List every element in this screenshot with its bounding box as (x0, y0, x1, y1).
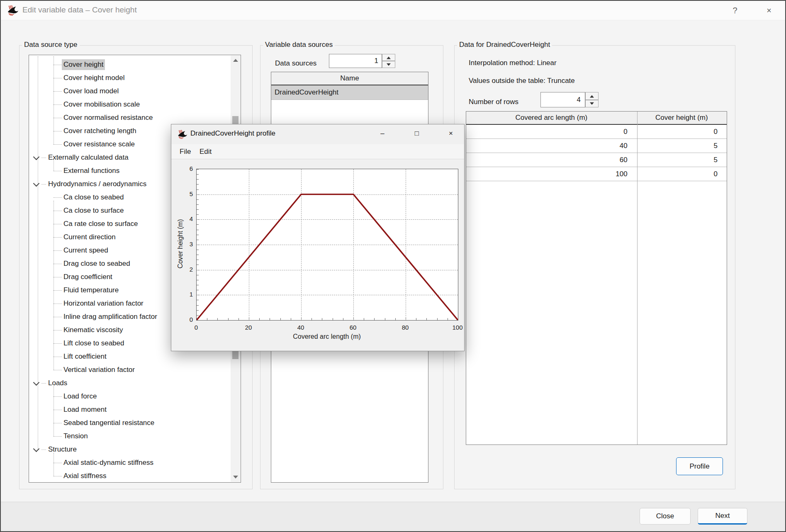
tree-connector (54, 78, 62, 78)
tree-item[interactable]: Load force (29, 390, 241, 403)
tree-connector (54, 476, 62, 476)
tree-item-label: Loads (46, 378, 69, 389)
tree-connector (41, 383, 46, 384)
number-of-rows-input[interactable]: 4 (540, 92, 585, 107)
spin-down-button[interactable] (382, 61, 395, 68)
scroll-down-icon[interactable] (233, 476, 238, 479)
menu-edit[interactable]: Edit (195, 144, 216, 159)
tree-item-label: Fluid temperature (62, 285, 120, 296)
tree-item[interactable]: Tension (29, 430, 241, 443)
cover-height-cell[interactable]: 5 (637, 153, 727, 167)
tree-item-label: Axial static-dynamic stiffness (62, 457, 155, 468)
x-tick-label: 100 (447, 324, 468, 331)
data-sources-label: Data sources (275, 59, 316, 68)
menu-file[interactable]: File (175, 144, 195, 159)
covered-arc-length-cell[interactable]: 0 (466, 125, 637, 138)
tree-item[interactable]: Cover mobilisation scale (29, 98, 241, 111)
cover-height-cell[interactable]: 5 (637, 139, 727, 153)
tree-item[interactable]: Lift coefficient (29, 350, 241, 363)
spin-up-button[interactable] (382, 54, 395, 61)
column-header: Covered arc length (m) (466, 112, 637, 125)
tree-item[interactable]: Vertical variation factor (29, 363, 241, 377)
close-icon[interactable]: × (445, 128, 457, 139)
tree-item[interactable]: Cover height model (29, 71, 241, 85)
tree-item[interactable]: Cover load model (29, 85, 241, 98)
spin-up-button[interactable] (585, 92, 599, 100)
tree-item-label: Cover height model (62, 73, 126, 83)
tree-connector (54, 224, 62, 224)
tree-connector (54, 463, 62, 463)
help-icon[interactable]: ? (728, 4, 742, 17)
next-button[interactable]: Next (698, 508, 747, 525)
tree-connector (54, 104, 62, 105)
covered-arc-length-cell[interactable]: 100 (466, 167, 637, 181)
close-icon[interactable]: × (762, 4, 776, 17)
tree-item[interactable]: Axial static-dynamic stiffness (29, 456, 241, 469)
tree-item-label: Ca rate close to surface (62, 219, 140, 229)
spin-down-button[interactable] (585, 100, 599, 107)
tree-item-label: Drag close to seabed (62, 258, 132, 269)
tree-connector (54, 211, 62, 211)
tree-item[interactable]: Structure (29, 443, 241, 456)
tree-item[interactable]: Cover height (29, 58, 241, 71)
tree-item-label: Cover normalised resistance (62, 112, 154, 123)
cover-height-cell[interactable]: 0 (637, 167, 727, 181)
tree-item[interactable]: Loads (29, 377, 241, 390)
tree-item-label: External functions (62, 165, 121, 176)
orcaflex-logo-icon (177, 129, 187, 141)
tree-item-label: Lift coefficient (62, 351, 108, 362)
tree-item-label: Drag coefficient (62, 272, 114, 282)
covered-arc-length-cell[interactable]: 40 (466, 139, 637, 153)
table-row: 1000 (466, 167, 727, 181)
tree-item[interactable]: Load moment (29, 403, 241, 416)
profile-line-series (197, 169, 458, 320)
number-of-rows-spinner (585, 92, 599, 107)
up-arrow-icon (387, 56, 391, 59)
scroll-up-icon[interactable] (233, 59, 238, 62)
x-tick-label: 80 (395, 324, 416, 331)
tree-connector (41, 184, 46, 185)
profile-button[interactable]: Profile (676, 457, 723, 475)
tree-item-label: Inline drag amplification factor (62, 311, 159, 322)
chevron-down-icon[interactable] (33, 180, 40, 187)
data-source-row[interactable]: DrainedCoverHeight (271, 85, 428, 100)
tree-connector (54, 304, 62, 304)
covered-arc-length-cell[interactable]: 60 (466, 153, 637, 167)
tree-item[interactable]: Axial stiffness (29, 469, 241, 483)
minimize-icon[interactable]: – (377, 128, 388, 139)
chevron-down-icon[interactable] (33, 446, 40, 452)
tree-connector (54, 396, 62, 397)
tree-connector (54, 250, 62, 251)
tree-connector (54, 330, 62, 330)
number-of-rows-label: Number of rows (469, 98, 518, 106)
y-tick-label: 5 (178, 190, 193, 197)
chevron-down-icon[interactable] (33, 379, 40, 386)
table-row: 605 (466, 153, 727, 167)
tree-item-label: Cover mobilisation scale (62, 99, 141, 110)
tree-item[interactable]: Cover normalised resistance (29, 111, 241, 124)
tree-item-label: Cover ratcheting length (62, 126, 138, 136)
dialog-title: Edit variable data – Cover height (22, 5, 137, 15)
x-tick-label: 0 (186, 324, 207, 331)
tree-item-label: Current speed (62, 245, 110, 256)
y-axis-title: Cover height (m) (177, 209, 184, 279)
profile-menubar: File Edit (171, 144, 464, 159)
y-tick-label: 0 (178, 316, 193, 323)
cover-height-cell[interactable]: 0 (637, 125, 727, 138)
variable-data-sources-label: Variable data sources (263, 41, 335, 49)
profile-window-titlebar[interactable]: DrainedCoverHeight profile – □ × (171, 124, 464, 144)
tree-connector (54, 118, 62, 118)
data-sources-input[interactable]: 1 (329, 54, 382, 68)
maximize-icon[interactable]: □ (411, 128, 423, 139)
tree-item[interactable]: Seabed tangential resistance (29, 416, 241, 430)
close-button[interactable]: Close (640, 508, 691, 525)
chevron-down-icon[interactable] (33, 154, 40, 160)
tree-connector (54, 171, 62, 171)
dialog-titlebar: Edit variable data – Cover height ? × (1, 1, 785, 20)
tree-item-label: Axial stiffness (62, 471, 108, 481)
tree-connector (41, 158, 46, 158)
tree-item-label: Kinematic viscosity (62, 325, 125, 335)
tree-connector (41, 449, 46, 450)
tree-item-label: Current direction (62, 232, 117, 243)
tree-item-label: Lift close to seabed (62, 338, 126, 349)
